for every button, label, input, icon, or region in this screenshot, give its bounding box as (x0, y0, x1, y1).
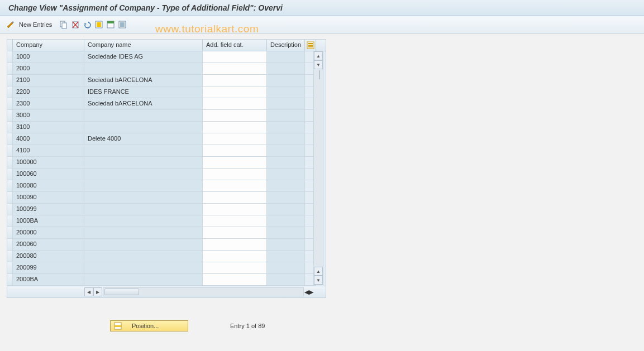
undo-icon[interactable] (82, 20, 92, 30)
cell-add-field-cat[interactable] (203, 133, 267, 145)
cell-company[interactable]: 2200 (13, 86, 84, 98)
table-row: 1000BA (7, 215, 326, 227)
cell-company[interactable]: 2100 (13, 75, 84, 86)
cell-company[interactable]: 3100 (13, 122, 84, 133)
cell-add-field-cat[interactable] (203, 75, 267, 86)
cell-company[interactable]: 100060 (13, 169, 84, 180)
select-block-icon[interactable] (106, 20, 116, 30)
row-selector[interactable] (7, 274, 13, 286)
row-selector[interactable] (7, 227, 13, 239)
grid-header-company[interactable]: Company (13, 40, 84, 51)
table-row: 2000 (7, 63, 326, 75)
cell-add-field-cat[interactable] (203, 86, 267, 98)
cell-company[interactable]: 2000 (13, 63, 84, 75)
row-selector[interactable] (7, 169, 13, 180)
delete-icon[interactable] (70, 20, 80, 30)
select-all-icon[interactable] (94, 20, 104, 30)
row-selector[interactable] (7, 215, 13, 227)
cell-company-name (84, 122, 203, 133)
cell-add-field-cat[interactable] (203, 274, 267, 286)
table-row: 2100Sociedad bARCELONA (7, 75, 326, 86)
scroll-up2-icon[interactable]: ▲ (314, 267, 323, 276)
row-selector[interactable] (7, 51, 13, 63)
cell-company-name (84, 251, 203, 262)
cell-company[interactable]: 200080 (13, 251, 84, 262)
toggle-change-icon[interactable] (6, 20, 16, 30)
horizontal-scrollbar[interactable]: ◀ ▶ (84, 287, 304, 296)
row-selector[interactable] (7, 180, 13, 192)
cell-company[interactable]: 200099 (13, 262, 84, 274)
row-selector[interactable] (7, 110, 13, 122)
cell-company[interactable]: 2300 (13, 98, 84, 110)
hscroll-track[interactable] (103, 287, 304, 296)
row-selector[interactable] (7, 122, 13, 133)
cell-company[interactable]: 100099 (13, 204, 84, 215)
cell-add-field-cat[interactable] (203, 262, 267, 274)
vertical-scrollbar[interactable]: ▲ ▼ ▲ ▼ (313, 51, 323, 285)
row-selector[interactable] (7, 86, 13, 98)
cell-add-field-cat[interactable] (203, 239, 267, 251)
hscroll-thumb[interactable] (104, 289, 139, 295)
cell-add-field-cat[interactable] (203, 98, 267, 110)
hscroll-right2-icon[interactable]: ▶ (309, 289, 313, 296)
row-selector[interactable] (7, 251, 13, 262)
scroll-down-icon[interactable]: ▼ (314, 60, 323, 69)
cell-add-field-cat[interactable] (203, 110, 267, 122)
cell-description (267, 98, 305, 110)
grid-settings-icon[interactable] (305, 40, 316, 51)
grid-body: 1000Sociedade IDES AG20002100Sociedad bA… (7, 51, 326, 286)
hscroll-left-icon[interactable]: ◀ (84, 287, 93, 296)
hscroll-left2-icon[interactable]: ◀ (304, 289, 309, 296)
cell-add-field-cat[interactable] (203, 51, 267, 63)
grid-header-description[interactable]: Description (267, 40, 305, 51)
cell-add-field-cat[interactable] (203, 145, 267, 157)
row-selector[interactable] (7, 192, 13, 204)
scroll-up-icon[interactable]: ▲ (314, 51, 323, 60)
grid-header-add-field-cat[interactable]: Add. field cat. (203, 40, 267, 51)
cell-add-field-cat[interactable] (203, 251, 267, 262)
grid-header-company-name[interactable]: Company name (84, 40, 203, 51)
scroll-thumb[interactable] (319, 70, 320, 79)
table-row: 2000BA (7, 274, 326, 286)
table-row: 200080 (7, 251, 326, 262)
row-selector[interactable] (7, 262, 13, 274)
hscroll-right-icon[interactable]: ▶ (93, 287, 102, 296)
cell-add-field-cat[interactable] (203, 204, 267, 215)
row-selector[interactable] (7, 63, 13, 75)
row-selector[interactable] (7, 239, 13, 251)
bottom-bar: Position... Entry 1 of 89 (110, 320, 637, 331)
cell-company[interactable]: 1000 (13, 51, 84, 63)
row-selector[interactable] (7, 133, 13, 145)
cell-company[interactable]: 3000 (13, 110, 84, 122)
cell-company[interactable]: 200000 (13, 227, 84, 239)
cell-company[interactable]: 200060 (13, 239, 84, 251)
cell-company[interactable]: 100090 (13, 192, 84, 204)
cell-add-field-cat[interactable] (203, 157, 267, 169)
cell-add-field-cat[interactable] (203, 227, 267, 239)
new-entries-button[interactable]: New Entries (19, 21, 52, 28)
row-selector[interactable] (7, 98, 13, 110)
cell-add-field-cat[interactable] (203, 180, 267, 192)
cell-company[interactable]: 100000 (13, 157, 84, 169)
grid-header-selector[interactable] (7, 40, 13, 51)
cell-company[interactable]: 4100 (13, 145, 84, 157)
cell-add-field-cat[interactable] (203, 169, 267, 180)
cell-add-field-cat[interactable] (203, 192, 267, 204)
table-row: 3100 (7, 122, 326, 133)
cell-company[interactable]: 100080 (13, 180, 84, 192)
row-selector[interactable] (7, 75, 13, 86)
scroll-down2-icon[interactable]: ▼ (314, 276, 323, 285)
position-button[interactable]: Position... (110, 320, 188, 331)
cell-add-field-cat[interactable] (203, 122, 267, 133)
deselect-all-icon[interactable] (117, 20, 127, 30)
row-selector[interactable] (7, 204, 13, 215)
table-row: 100080 (7, 180, 326, 192)
cell-add-field-cat[interactable] (203, 63, 267, 75)
copy-as-icon[interactable] (59, 20, 69, 30)
row-selector[interactable] (7, 157, 13, 169)
cell-company[interactable]: 2000BA (13, 274, 84, 286)
cell-company[interactable]: 1000BA (13, 215, 84, 227)
cell-company[interactable]: 4000 (13, 133, 84, 145)
cell-add-field-cat[interactable] (203, 215, 267, 227)
row-selector[interactable] (7, 145, 13, 157)
